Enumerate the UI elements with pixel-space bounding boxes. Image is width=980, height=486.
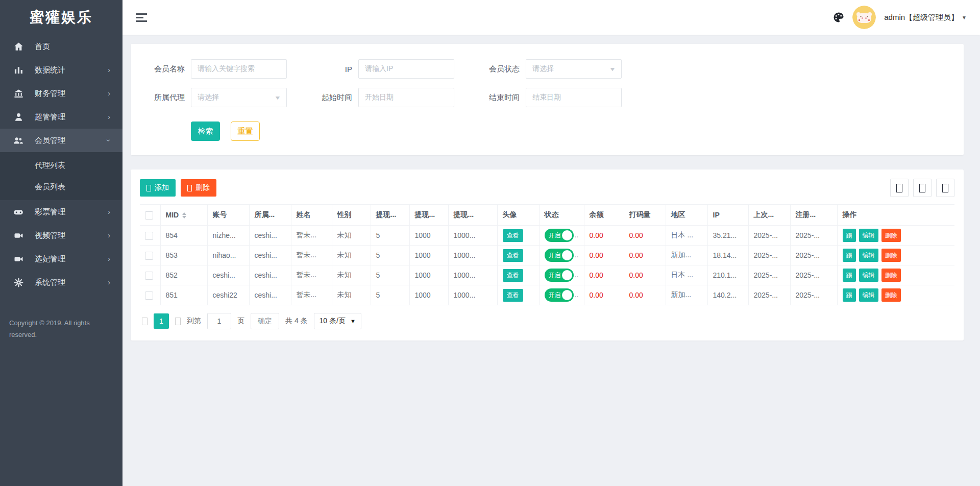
submenu-item-1[interactable]: 会员列表 [0, 176, 122, 198]
delete-row-button[interactable]: 删除 [881, 249, 901, 262]
goto-page-input[interactable] [207, 313, 231, 329]
select-all-checkbox[interactable] [145, 211, 153, 220]
delete-button[interactable]: 删除 [181, 179, 216, 197]
table-row: 851ceshi22ceshi...暂未...未知510001000...查看开… [140, 285, 954, 305]
table-row: 854nizhe...ceshi...暂未...未知510001000...查看… [140, 226, 954, 246]
topbar-right: admin【超级管理员】 ▼ [833, 6, 967, 29]
cell-status: 开启.. [539, 285, 584, 305]
kick-button[interactable]: 踢 [843, 229, 856, 242]
sidebar-item-1[interactable]: 数据统计› [0, 58, 122, 82]
prev-page-button[interactable] [142, 318, 148, 325]
theme-palette-icon[interactable] [833, 12, 844, 23]
kick-button[interactable]: 踢 [843, 249, 856, 262]
page-number-current[interactable]: 1 [154, 313, 169, 329]
reset-button[interactable]: 重置 [231, 121, 260, 141]
sidebar-item-label: 数据统计 [35, 65, 108, 75]
page-size-select[interactable]: 10 条/页 ▼ [314, 313, 361, 329]
sidebar-item-label: 会员管理 [35, 136, 108, 145]
search-panel: 会员名称请输入关键字搜索IP请输入IP会员状态请选择▼所属代理请选择▼起始时间开… [131, 44, 964, 155]
chevron-down-icon: ▼ [274, 95, 281, 101]
avatar[interactable] [852, 6, 876, 29]
edit-button[interactable]: 编辑 [859, 229, 878, 242]
row-checkbox[interactable] [145, 272, 153, 280]
column-header-0[interactable]: MID [160, 205, 207, 226]
page-unit-label: 页 [237, 317, 244, 326]
cell-account: nihao... [207, 246, 249, 265]
sidebar-item-4[interactable]: 会员管理› [0, 129, 122, 152]
sidebar-toggle-icon[interactable] [133, 10, 150, 25]
status-toggle[interactable]: 开启 [545, 288, 574, 302]
content: 会员名称请输入关键字搜索IP请输入IP会员状态请选择▼所属代理请选择▼起始时间开… [122, 35, 980, 486]
user-menu[interactable]: admin【超级管理员】 ▼ [884, 13, 967, 22]
cell-status: 开启.. [539, 246, 584, 265]
edit-button[interactable]: 编辑 [859, 249, 878, 262]
plus-icon [146, 185, 151, 191]
delete-row-button[interactable]: 删除 [881, 288, 901, 302]
goto-confirm-button[interactable]: 确定 [251, 313, 279, 329]
sidebar-item-6[interactable]: 视频管理› [0, 224, 122, 247]
cell-withdraw_a: 5 [371, 265, 409, 285]
table-tool-export-button[interactable] [913, 179, 932, 197]
kick-button[interactable]: 踢 [843, 288, 856, 302]
sidebar-item-label: 彩票管理 [35, 207, 108, 217]
cell-register: 2025-... [790, 285, 837, 305]
status-toggle[interactable]: 开启 [545, 229, 574, 242]
column-header-15: 注册... [790, 205, 837, 226]
table-tool-filter-button[interactable] [890, 179, 909, 197]
row-checkbox[interactable] [145, 252, 153, 260]
cell-withdraw_c: 1000... [448, 285, 497, 305]
kick-button[interactable]: 踢 [843, 269, 856, 282]
row-checkbox[interactable] [145, 232, 153, 240]
chevron-down-icon: ▼ [609, 66, 616, 72]
cell-gender: 未知 [332, 285, 371, 305]
view-avatar-button[interactable]: 查看 [503, 269, 523, 282]
cell-region: 日本 ... [666, 265, 707, 285]
view-avatar-button[interactable]: 查看 [503, 229, 523, 242]
input-结束时间[interactable]: 结束日期 [526, 88, 622, 107]
chevron-right-icon: › [108, 208, 110, 215]
sidebar-item-8[interactable]: 系统管理› [0, 271, 122, 294]
sidebar-item-label: 财务管理 [35, 89, 108, 99]
sort-icon[interactable] [182, 212, 186, 218]
delete-row-button[interactable]: 删除 [881, 229, 901, 242]
user-icon [13, 112, 23, 122]
delete-row-button[interactable]: 删除 [881, 269, 901, 282]
input-起始时间[interactable]: 开始日期 [358, 88, 454, 107]
sidebar-item-5[interactable]: 彩票管理› [0, 200, 122, 224]
sidebar-item-7[interactable]: 选妃管理› [0, 247, 122, 271]
search-button[interactable]: 检索 [191, 121, 220, 141]
submenu-item-0[interactable]: 代理列表 [0, 155, 122, 176]
next-page-button[interactable] [175, 318, 181, 325]
app-logo: 蜜獾娱乐 [0, 0, 122, 35]
column-header-9: 状态 [539, 205, 584, 226]
status-toggle[interactable]: 开启 [545, 249, 574, 262]
table-row: 852ceshi...ceshi...暂未...未知510001000...查看… [140, 265, 954, 285]
member-table: MID账号所属...姓名性别提现...提现...提现...头像状态余额打码量地区… [140, 204, 954, 305]
goto-label: 到第 [187, 317, 201, 326]
table-toolbar: 添加 删除 [140, 178, 954, 204]
sidebar-item-3[interactable]: 超管管理› [0, 105, 122, 129]
table-tools [890, 179, 954, 197]
search-form: 会员名称请输入关键字搜索IP请输入IP会员状态请选择▼所属代理请选择▼起始时间开… [148, 59, 948, 107]
add-button[interactable]: 添加 [140, 179, 176, 197]
table-tool-print-button[interactable] [936, 179, 954, 197]
edit-button[interactable]: 编辑 [859, 288, 878, 302]
sidebar-item-2[interactable]: 财务管理› [0, 82, 122, 105]
placeholder-text: 结束日期 [532, 93, 615, 102]
cell-last_login: 2025-... [748, 226, 790, 246]
select-所属代理[interactable]: 请选择▼ [191, 88, 287, 107]
sidebar-item-0[interactable]: 首页 [0, 35, 122, 58]
input-会员名称[interactable]: 请输入关键字搜索 [191, 59, 287, 79]
view-avatar-button[interactable]: 查看 [503, 289, 523, 302]
edit-button[interactable]: 编辑 [859, 269, 878, 282]
view-avatar-button[interactable]: 查看 [503, 249, 523, 262]
delete-button-label: 删除 [195, 183, 210, 192]
cell-balance: 0.00 [584, 265, 624, 285]
form-field: 结束时间结束日期 [483, 88, 622, 107]
column-header-5: 提现... [371, 205, 409, 226]
row-checkbox[interactable] [145, 291, 153, 300]
input-IP[interactable]: 请输入IP [358, 59, 454, 79]
select-会员状态[interactable]: 请选择▼ [526, 59, 622, 79]
status-toggle[interactable]: 开启 [545, 269, 574, 282]
sidebar: 蜜獾娱乐 首页数据统计›财务管理›超管管理›会员管理›代理列表会员列表彩票管理›… [0, 0, 122, 486]
